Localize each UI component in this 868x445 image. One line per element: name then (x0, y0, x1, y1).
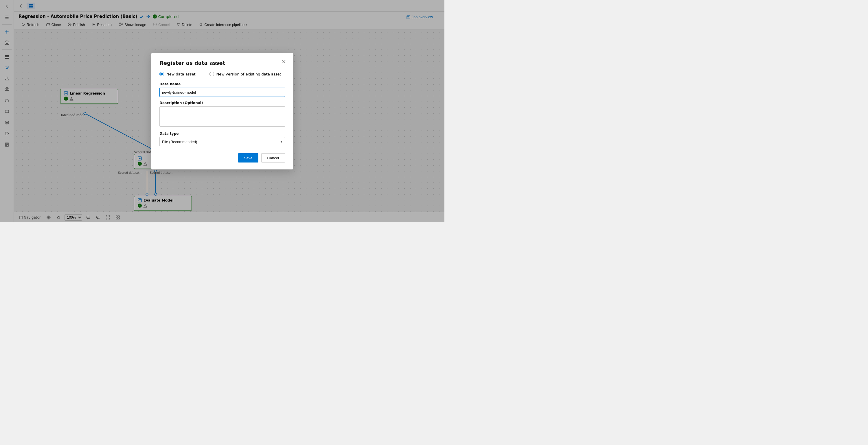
radio-existing-asset-input[interactable] (210, 72, 214, 76)
data-name-group: Data name (159, 82, 285, 97)
modal-overlay[interactable]: Register as data asset New data asset Ne… (0, 0, 444, 222)
description-textarea[interactable] (159, 106, 285, 127)
data-type-label: Data type (159, 132, 285, 136)
data-type-select-wrapper: File (Recommended) Folder Table ▾ (159, 137, 285, 146)
data-name-input[interactable] (159, 88, 285, 97)
modal-title: Register as data asset (159, 60, 285, 66)
register-data-asset-modal: Register as data asset New data asset Ne… (151, 53, 293, 169)
modal-footer: Save Cancel (159, 153, 285, 162)
data-type-group: Data type File (Recommended) Folder Tabl… (159, 132, 285, 146)
radio-new-asset-label: New data asset (166, 72, 195, 76)
radio-new-asset[interactable]: New data asset (159, 72, 195, 76)
data-type-select[interactable]: File (Recommended) Folder Table (159, 137, 285, 146)
modal-close-button[interactable] (280, 58, 288, 66)
modal-cancel-button[interactable]: Cancel (261, 153, 285, 162)
radio-existing-asset[interactable]: New version of existing data asset (210, 72, 281, 76)
description-label: Description (Optional) (159, 101, 285, 105)
save-button[interactable]: Save (238, 153, 258, 162)
description-group: Description (Optional) (159, 101, 285, 128)
radio-existing-asset-label: New version of existing data asset (216, 72, 281, 76)
radio-group: New data asset New version of existing d… (159, 72, 285, 76)
radio-new-asset-input[interactable] (159, 72, 164, 76)
data-name-label: Data name (159, 82, 285, 86)
